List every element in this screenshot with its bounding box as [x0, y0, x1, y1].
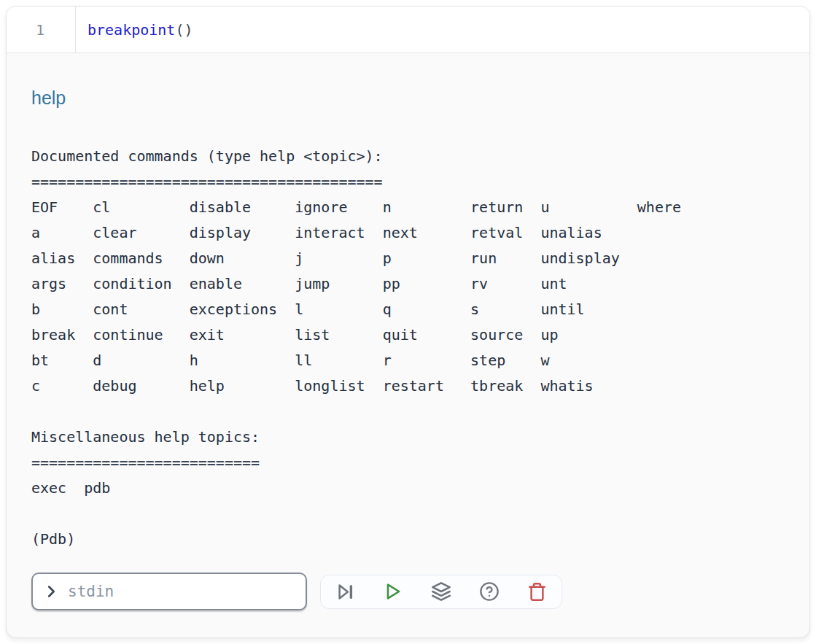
run-button[interactable] [383, 581, 403, 602]
stdin-input[interactable] [68, 583, 295, 600]
code-token-punctuation: () [175, 21, 193, 39]
echoed-command: help [31, 87, 785, 109]
line-number: 1 [36, 21, 44, 39]
console-panel: help Documented commands (type help <top… [7, 53, 809, 637]
help-circle-icon [479, 581, 500, 602]
code-line[interactable]: breakpoint() [76, 7, 193, 53]
debug-cell-card: 1 breakpoint() help Documented commands … [6, 6, 810, 638]
stack-button[interactable] [431, 581, 451, 602]
debug-toolbar [320, 575, 562, 609]
stdin-box[interactable] [31, 573, 307, 610]
io-row [31, 573, 785, 610]
trash-icon [527, 582, 547, 602]
chevron-right-icon [43, 583, 59, 600]
step-forward-button[interactable] [335, 582, 355, 602]
line-number-gutter: 1 [7, 7, 76, 53]
step-forward-icon [335, 582, 355, 602]
code-token-builtin: breakpoint [88, 21, 175, 39]
help-button[interactable] [479, 581, 500, 602]
layers-icon [431, 581, 451, 602]
delete-button[interactable] [527, 582, 547, 602]
code-editor-row[interactable]: 1 breakpoint() [7, 7, 809, 53]
play-icon [383, 581, 403, 602]
console-output: Documented commands (type help <topic>):… [31, 144, 785, 552]
